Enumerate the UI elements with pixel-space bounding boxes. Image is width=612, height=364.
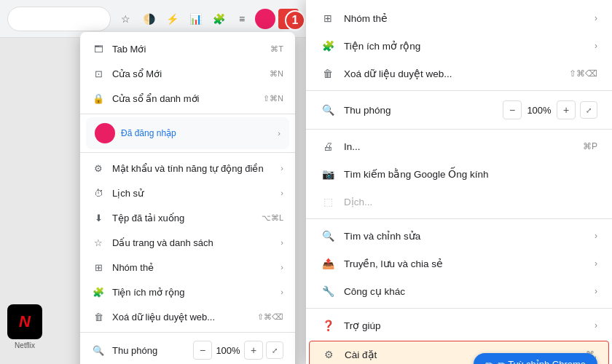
passwords-arrow: ›: [280, 164, 283, 173]
right-divider-3: [306, 218, 612, 219]
address-bar[interactable]: [7, 7, 111, 31]
extensions-icon: 🧩: [92, 285, 105, 298]
right-google-lens-label: Tìm kiếm bằng Google Ống kính: [344, 168, 489, 180]
new-window-shortcut: ⌘N: [270, 69, 283, 79]
zoom-control: 🔍 Thu phóng − 100% + ⤢: [80, 336, 295, 364]
zoom-label: Thu phóng: [112, 345, 157, 356]
right-menu-item-cast[interactable]: 📤 Truyền, lưu và chia sẻ ›: [306, 250, 612, 277]
bookmarks-label: Dấu trang và danh sách: [112, 237, 213, 248]
menu-item-history[interactable]: ⏱ Lịch sử ›: [80, 181, 295, 205]
right-cast-label: Truyền, lưu và chia sẻ: [344, 258, 443, 269]
avatar-icon[interactable]: [255, 9, 275, 29]
right-settings-icon: ⚙: [321, 347, 336, 362]
menu-item-bookmarks[interactable]: ☆ Dấu trang và danh sách ›: [80, 230, 295, 255]
right-find-edit-icon: 🔍: [321, 229, 335, 243]
toolbar-icons: ☆ 🌗 ⚡ 📊 🧩 ≡ ⋮: [115, 9, 299, 29]
right-menu-item-google-lens[interactable]: 📷 Tìm kiếm bằng Google Ống kính: [306, 160, 612, 188]
right-more-tools-arrow: ›: [595, 286, 597, 296]
profile-arrow: ›: [278, 129, 280, 138]
history-label: Lịch sử: [112, 188, 144, 199]
right-extensions-icon: 🧩: [321, 39, 335, 53]
right-zoom-minus-button[interactable]: −: [503, 100, 522, 119]
left-dropdown-menu: 🗔 Tab Mới ⌘T ⊡ Cửa sổ Mới ⌘N 🔒 Cửa sổ ẩn…: [80, 32, 295, 364]
menu-item-downloads[interactable]: ⬇ Tệp đã tải xuống ⌥⌘L: [80, 205, 295, 230]
clear-data-label: Xoá dữ liệu duyệt web...: [112, 312, 215, 323]
menu-item-clear-data[interactable]: 🗑 Xoá dữ liệu duyệt web... ⇧⌘⌫: [80, 304, 295, 329]
right-help-arrow: ›: [595, 320, 597, 331]
right-more-tools-label: Công cụ khác: [344, 285, 405, 297]
right-tab-groups-arrow: ›: [595, 13, 597, 23]
chart-icon[interactable]: 📊: [185, 9, 205, 29]
bookmarks-icon: ☆: [92, 236, 105, 249]
energy-icon[interactable]: ⚡: [162, 9, 182, 29]
incognito-shortcut: ⇧⌘N: [263, 94, 283, 103]
right-extensions-arrow: ›: [595, 41, 597, 51]
right-menu-item-clear-data[interactable]: 🗑 Xoá dữ liệu duyệt web... ⇧⌘⌫: [306, 60, 612, 87]
downloads-shortcut: ⌥⌘L: [262, 213, 283, 223]
zoom-minus-button[interactable]: −: [193, 341, 212, 360]
zoom-expand-button[interactable]: ⤢: [266, 341, 283, 359]
right-menu-item-help[interactable]: ❓ Trợ giúp ›: [306, 312, 612, 339]
right-translate-icon: ⬚: [321, 194, 335, 209]
zoom-icon: 🔍: [92, 344, 105, 357]
right-menu-item-more-tools[interactable]: 🔧 Công cụ khác ›: [306, 277, 612, 305]
right-menu-item-tab-groups[interactable]: ⊞ Nhóm thẻ ›: [306, 4, 612, 32]
right-print-shortcut: ⌘P: [583, 141, 597, 151]
extension-icon[interactable]: 🧩: [208, 9, 229, 29]
customize-chrome-label: ✏ Tuỳ chỉnh Chrome: [498, 359, 586, 364]
menu-item-passwords[interactable]: ⚙ Mật khẩu và tính năng tự động điền ›: [80, 156, 295, 181]
step-1-label: 1: [285, 10, 305, 31]
menu-item-tab-groups[interactable]: ⊞ Nhóm thẻ ›: [80, 255, 295, 280]
customize-chrome-button[interactable]: ✏ ✏ Tuỳ chỉnh Chrome: [474, 353, 597, 364]
right-help-icon: ❓: [321, 318, 335, 333]
menu-item-new-tab[interactable]: 🗔 Tab Mới ⌘T: [80, 36, 295, 61]
divider-1: [80, 114, 295, 114]
zoom-plus-button[interactable]: +: [244, 341, 263, 360]
netflix-label: Netflix: [7, 341, 42, 349]
right-menu-item-translate: ⬚ Dịch...: [306, 188, 612, 215]
profile-avatar: [95, 123, 115, 143]
right-divider-2: [306, 129, 612, 130]
tab-groups-icon: ⊞: [92, 261, 105, 274]
right-menu-item-find-edit[interactable]: 🔍 Tìm và chỉnh sửa ›: [306, 222, 612, 250]
new-tab-shortcut: ⌘T: [270, 44, 283, 54]
right-find-edit-label: Tìm và chỉnh sửa: [344, 230, 420, 242]
menu-item-incognito[interactable]: 🔒 Cửa sổ ẩn danh mới ⇧⌘N: [80, 86, 295, 111]
clear-data-shortcut: ⇧⌘⌫: [257, 312, 283, 322]
bookmarks-arrow: ›: [280, 238, 283, 247]
downloads-icon: ⬇: [92, 211, 105, 224]
right-tab-groups-icon: ⊞: [321, 11, 335, 25]
history-arrow: ›: [280, 189, 283, 197]
right-zoom-plus-button[interactable]: +: [557, 100, 576, 119]
clear-data-icon: 🗑: [92, 310, 105, 323]
right-clear-data-icon: 🗑: [321, 66, 335, 81]
right-more-tools-icon: 🔧: [321, 284, 335, 298]
right-clear-data-label: Xoá dữ liệu duyệt web...: [344, 68, 452, 79]
divider-3: [80, 332, 295, 333]
new-window-label: Cửa sổ Mới: [112, 68, 162, 79]
right-translate-label: Dịch...: [344, 196, 372, 207]
tab-groups-label: Nhóm thẻ: [112, 262, 154, 273]
right-zoom-expand-button[interactable]: ⤢: [580, 101, 597, 119]
menu-item-new-window[interactable]: ⊡ Cửa sổ Mới ⌘N: [80, 61, 295, 86]
new-tab-icon: 🗔: [92, 42, 105, 55]
incognito-label: Cửa sổ ẩn danh mới: [112, 93, 199, 104]
profile-section[interactable]: Đã đăng nhập ›: [86, 117, 289, 149]
right-divider-1: [306, 90, 612, 91]
menu-icon[interactable]: ≡: [232, 9, 252, 29]
divider-2: [80, 152, 295, 153]
theme-icon[interactable]: 🌗: [138, 9, 159, 29]
right-print-label: In...: [344, 141, 361, 152]
right-clear-data-shortcut: ⇧⌘⌫: [569, 68, 597, 79]
right-settings-label: Cài đặt: [345, 349, 377, 360]
right-menu-item-extensions[interactable]: 🧩 Tiện ích mở rộng ›: [306, 32, 612, 60]
right-tab-groups-label: Nhóm thẻ: [344, 12, 388, 24]
netflix-icon: N: [7, 304, 42, 339]
menu-item-extensions[interactable]: 🧩 Tiện ích mở rộng ›: [80, 280, 295, 304]
right-menu-item-print[interactable]: 🖨 In... ⌘P: [306, 132, 612, 160]
right-google-lens-icon: 📷: [321, 167, 335, 181]
right-cast-icon: 📤: [321, 256, 335, 271]
right-zoom-icon: 🔍: [321, 103, 335, 117]
bookmark-icon[interactable]: ☆: [115, 9, 136, 29]
downloads-label: Tệp đã tải xuống: [112, 213, 184, 223]
